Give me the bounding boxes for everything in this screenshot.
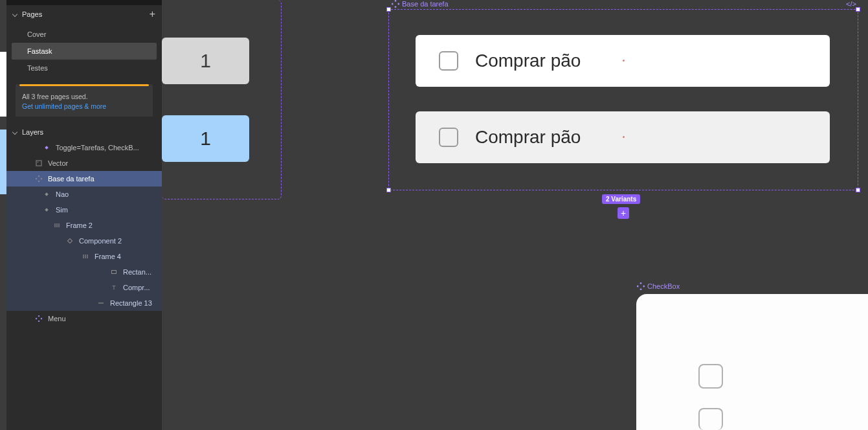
checkbox-component-title[interactable]: CheckBox bbox=[637, 282, 680, 290]
layer-label: Vector bbox=[48, 159, 68, 167]
resize-handle-tl[interactable] bbox=[386, 7, 391, 12]
svg-rect-0 bbox=[394, 0, 396, 2]
layer-label: Frame 4 bbox=[95, 253, 121, 260]
pages-section-header[interactable]: Pages + bbox=[6, 5, 162, 23]
layers-title: Layers bbox=[22, 128, 43, 136]
resize-handle-tr[interactable] bbox=[856, 7, 860, 12]
svg-rect-1 bbox=[397, 3, 399, 5]
layer-label: Toggle=Tarefas, CheckB... bbox=[56, 144, 139, 152]
layer-label: Rectan... bbox=[123, 268, 151, 276]
component-set-icon bbox=[392, 0, 399, 8]
layer-row[interactable]: Frame 4 bbox=[6, 249, 162, 264]
dashed-frame-partial[interactable] bbox=[162, 0, 282, 199]
layer-label: Base da tarefa bbox=[48, 175, 95, 183]
image-icon bbox=[35, 159, 43, 167]
layer-row[interactable]: Component 2 bbox=[6, 233, 162, 249]
svg-rect-20 bbox=[67, 238, 72, 243]
checkbox-empty bbox=[439, 128, 458, 147]
layer-row[interactable]: Nao bbox=[6, 187, 162, 202]
svg-rect-27 bbox=[38, 315, 40, 317]
add-variant-button[interactable]: + bbox=[618, 207, 629, 219]
add-page-button[interactable]: + bbox=[150, 9, 155, 19]
svg-rect-9 bbox=[36, 161, 41, 166]
upgrade-text: All 3 free pages used. bbox=[16, 93, 153, 100]
pages-list: Cover Fastask Testes bbox=[6, 23, 162, 79]
layer-row[interactable]: Vector bbox=[6, 155, 162, 171]
layer-label: Rectangle 13 bbox=[110, 299, 152, 307]
resize-handle-br[interactable] bbox=[856, 188, 860, 192]
layer-row[interactable]: TCompr... bbox=[6, 280, 162, 295]
svg-rect-13 bbox=[38, 181, 40, 182]
upgrade-link[interactable]: Get unlimited pages & more bbox=[16, 102, 153, 110]
variant-card-2-left[interactable]: 1 bbox=[162, 115, 249, 162]
page-item-fastask[interactable]: Fastask bbox=[12, 43, 157, 60]
svg-rect-7 bbox=[637, 285, 639, 287]
svg-rect-29 bbox=[38, 321, 40, 322]
checkbox-variant-1 bbox=[698, 364, 723, 389]
decoration-dot bbox=[623, 136, 625, 138]
diamond-fill-icon bbox=[43, 206, 50, 214]
upgrade-notice: All 3 free pages used. Get unlimited pag… bbox=[16, 84, 153, 117]
layers-list: Toggle=Tarefas, CheckB...VectorBase da t… bbox=[6, 140, 162, 430]
layer-label: Component 2 bbox=[79, 237, 122, 245]
diamond-fill-icon bbox=[43, 144, 50, 152]
auto-h-icon bbox=[82, 253, 89, 260]
variant-card-nao[interactable]: Comprar pão bbox=[416, 35, 830, 87]
layers-section-header[interactable]: Layers bbox=[6, 124, 162, 140]
card-number: 1 bbox=[200, 128, 211, 150]
svg-rect-8 bbox=[45, 146, 49, 150]
diamond-fill-icon bbox=[43, 190, 50, 198]
svg-rect-3 bbox=[392, 3, 394, 5]
decoration-dot bbox=[623, 60, 625, 62]
svg-rect-11 bbox=[38, 175, 40, 177]
component-set-icon bbox=[35, 315, 43, 322]
svg-rect-14 bbox=[36, 178, 37, 180]
layer-row[interactable]: Rectangle 13 bbox=[6, 295, 162, 311]
page-item-cover[interactable]: Cover bbox=[12, 26, 157, 43]
component-set-title[interactable]: Base da tarefa bbox=[392, 0, 449, 8]
rect-icon bbox=[110, 268, 118, 276]
code-icon[interactable]: </> bbox=[846, 0, 856, 8]
layer-row[interactable]: Frame 2 bbox=[6, 218, 162, 233]
checkbox-component-frame[interactable] bbox=[636, 294, 868, 430]
svg-rect-4 bbox=[640, 282, 641, 284]
svg-text:T: T bbox=[112, 284, 116, 291]
left-panel: Pages + Cover Fastask Testes All 3 free … bbox=[6, 0, 162, 430]
auto-h-icon bbox=[53, 221, 61, 229]
layer-label: Sim bbox=[56, 206, 68, 214]
svg-rect-5 bbox=[643, 285, 645, 287]
layer-label: Compr... bbox=[123, 284, 150, 291]
layer-row[interactable]: Sim bbox=[6, 202, 162, 218]
pages-title: Pages bbox=[22, 10, 42, 18]
chevron-down-icon bbox=[12, 130, 17, 135]
panel-top-border bbox=[6, 0, 162, 5]
variant-card-sim[interactable]: Comprar pão bbox=[416, 111, 830, 163]
layer-label: Nao bbox=[56, 190, 69, 198]
layer-row[interactable]: Toggle=Tarefas, CheckB... bbox=[6, 140, 162, 155]
layer-row[interactable]: Base da tarefa bbox=[6, 171, 162, 187]
svg-rect-24 bbox=[112, 271, 117, 274]
line-icon bbox=[97, 299, 105, 307]
card-number: 1 bbox=[200, 50, 211, 72]
resize-handle-bl[interactable] bbox=[386, 188, 391, 192]
text-icon: T bbox=[110, 284, 118, 291]
layer-row[interactable]: Rectan... bbox=[6, 264, 162, 280]
layer-label: Frame 2 bbox=[66, 221, 93, 229]
component-set-icon bbox=[35, 175, 43, 183]
svg-rect-6 bbox=[640, 288, 641, 290]
svg-point-10 bbox=[38, 162, 39, 163]
checkbox-empty bbox=[439, 51, 458, 71]
layer-row[interactable]: Menu bbox=[6, 311, 162, 326]
task-text: Comprar pão bbox=[475, 51, 581, 71]
chevron-down-icon bbox=[12, 12, 17, 17]
svg-rect-2 bbox=[394, 6, 396, 8]
task-text: Comprar pão bbox=[475, 127, 581, 148]
component-set-icon bbox=[637, 282, 645, 290]
upgrade-progress-bar bbox=[19, 84, 149, 86]
page-item-testes[interactable]: Testes bbox=[12, 60, 157, 76]
svg-rect-16 bbox=[45, 208, 49, 212]
diamond-outline-icon bbox=[66, 237, 74, 245]
variant-card-1-left[interactable]: 1 bbox=[162, 38, 249, 84]
svg-rect-12 bbox=[41, 178, 42, 180]
svg-rect-15 bbox=[45, 192, 49, 196]
